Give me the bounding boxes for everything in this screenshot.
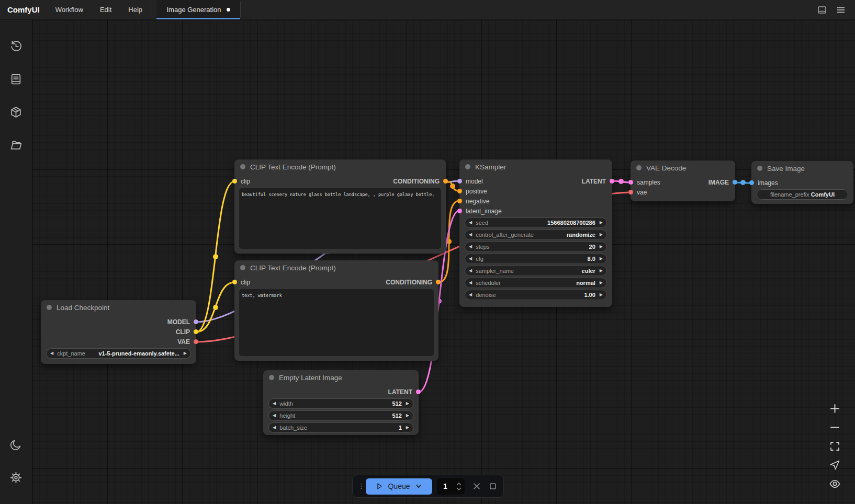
chevron-down-icon[interactable] — [415, 483, 422, 490]
increment-arrow-icon[interactable] — [600, 281, 603, 285]
widget-cfg[interactable]: cfg 8.0 — [465, 254, 607, 264]
input-port-samples[interactable] — [628, 180, 633, 185]
decrement-arrow-icon[interactable] — [469, 245, 472, 249]
node-status-dot[interactable] — [465, 164, 470, 169]
output-port-clip[interactable] — [194, 329, 198, 334]
positive-prompt-textarea[interactable]: beautiful scenery nature glass bottle la… — [239, 188, 441, 249]
node-ksampler[interactable]: KSampler model LATENT positive negative … — [459, 159, 612, 307]
widget-scheduler[interactable]: scheduler normal — [465, 278, 607, 288]
node-status-dot[interactable] — [757, 166, 762, 171]
node-status-dot[interactable] — [636, 165, 642, 170]
hamburger-menu-icon[interactable] — [836, 5, 846, 15]
input-port-clip[interactable] — [232, 179, 237, 184]
node-title-bar[interactable]: Empty Latent Image — [263, 370, 419, 385]
output-port-conditioning[interactable] — [443, 179, 448, 184]
input-port-vae[interactable] — [628, 190, 633, 194]
node-save-image[interactable]: Save Image images filename_prefix ComfyU… — [751, 161, 853, 204]
menu-edit[interactable]: Edit — [92, 0, 120, 19]
node-title-bar[interactable]: KSampler — [459, 159, 612, 174]
negative-prompt-textarea[interactable]: text, watermark — [239, 289, 434, 356]
decrement-arrow-icon[interactable] — [469, 233, 472, 237]
node-status-dot[interactable] — [240, 164, 245, 169]
zoom-in-icon[interactable] — [829, 403, 840, 414]
node-title-bar[interactable]: Save Image — [751, 161, 853, 176]
bottom-panel-toggle-icon[interactable] — [817, 5, 827, 15]
increment-arrow-icon[interactable] — [600, 245, 603, 249]
theme-toggle-moon-icon[interactable] — [9, 438, 22, 451]
batch-count-input[interactable]: 1 — [437, 478, 465, 495]
output-port-conditioning[interactable] — [436, 280, 441, 284]
increment-arrow-icon[interactable] — [184, 351, 187, 356]
decrement-arrow-icon[interactable] — [469, 269, 472, 273]
node-status-dot[interactable] — [47, 305, 52, 310]
workflow-history-icon[interactable] — [9, 40, 22, 53]
drag-handle-icon[interactable]: ⋮ — [358, 485, 361, 487]
output-port-latent[interactable] — [416, 390, 421, 394]
input-port-images[interactable] — [749, 180, 754, 185]
fit-view-icon[interactable] — [829, 441, 840, 452]
input-port-model[interactable] — [457, 179, 462, 184]
settings-gear-icon[interactable] — [9, 471, 22, 484]
select-mode-cursor-icon[interactable] — [829, 460, 840, 471]
node-load-checkpoint[interactable]: Load Checkpoint MODEL CLIP VAE ckpt_name… — [41, 300, 196, 364]
input-port-positive[interactable] — [457, 189, 462, 193]
increment-arrow-icon[interactable] — [600, 221, 603, 225]
decrement-arrow-icon[interactable] — [469, 221, 472, 225]
node-empty-latent-image[interactable]: Empty Latent Image LATENT width 512 heig… — [263, 370, 419, 435]
node-title-bar[interactable]: VAE Decode — [631, 161, 735, 175]
node-graph-canvas[interactable]: Load Checkpoint MODEL CLIP VAE ckpt_name… — [32, 20, 855, 504]
increment-arrow-icon[interactable] — [406, 426, 409, 430]
widget-filename-prefix[interactable]: filename_prefix ComfyUI — [757, 189, 848, 200]
decrement-arrow-icon[interactable] — [469, 281, 472, 285]
widget-batch-size[interactable]: batch_size 1 — [268, 422, 413, 433]
output-port-latent[interactable] — [610, 179, 614, 184]
decrement-arrow-icon[interactable] — [469, 257, 472, 261]
output-port-image[interactable] — [733, 180, 737, 185]
output-port-model[interactable] — [194, 319, 198, 324]
node-library-icon[interactable] — [9, 73, 22, 86]
node-vae-decode[interactable]: VAE Decode samples IMAGE vae — [631, 161, 735, 201]
widget-height[interactable]: height 512 — [268, 410, 413, 421]
zoom-out-icon[interactable] — [829, 422, 840, 433]
decrement-arrow-icon[interactable] — [273, 426, 276, 430]
queue-button[interactable]: Queue — [366, 478, 432, 495]
increment-arrow-icon[interactable] — [600, 233, 603, 237]
toggle-link-visibility-eye-icon[interactable] — [829, 478, 840, 489]
node-status-dot[interactable] — [240, 265, 245, 270]
widget-sampler-name[interactable]: sampler_name euler — [465, 266, 607, 276]
output-port-vae[interactable] — [194, 339, 198, 344]
decrement-arrow-icon[interactable] — [273, 402, 276, 406]
workflows-folder-icon[interactable] — [9, 139, 22, 152]
tab-image-generation[interactable]: Image Generation — [156, 0, 240, 19]
increment-arrow-icon[interactable] — [406, 402, 409, 406]
input-port-latent-image[interactable] — [457, 209, 462, 213]
increment-arrow-icon[interactable] — [406, 414, 409, 418]
widget-steps[interactable]: steps 20 — [465, 242, 607, 252]
decrement-arrow-icon[interactable] — [50, 351, 53, 356]
node-title-bar[interactable]: CLIP Text Encode (Prompt) — [234, 260, 438, 275]
model-library-icon[interactable] — [9, 106, 22, 119]
node-status-dot[interactable] — [269, 375, 274, 380]
spinner-down-icon[interactable] — [456, 487, 462, 490]
decrement-arrow-icon[interactable] — [469, 293, 472, 297]
menu-workflow[interactable]: Workflow — [47, 0, 92, 19]
widget-ckpt-name[interactable]: ckpt_name v1-5-pruned-emaonly.safete... — [46, 348, 191, 359]
node-title-bar[interactable]: CLIP Text Encode (Prompt) — [234, 159, 446, 174]
widget-denoise[interactable]: denoise 1.00 — [465, 290, 607, 300]
widget-control-after-generate[interactable]: control_after_generate randomize — [465, 230, 607, 240]
input-port-clip[interactable] — [232, 280, 237, 284]
node-clip-text-encode-negative[interactable]: CLIP Text Encode (Prompt) clip CONDITION… — [234, 260, 438, 361]
increment-arrow-icon[interactable] — [600, 257, 603, 261]
increment-arrow-icon[interactable] — [600, 293, 603, 297]
clear-queue-icon[interactable] — [473, 482, 481, 490]
widget-width[interactable]: width 512 — [268, 398, 413, 409]
widget-seed[interactable]: seed 156680208700286 — [465, 217, 607, 228]
node-title-bar[interactable]: Load Checkpoint — [41, 300, 196, 315]
node-clip-text-encode-positive[interactable]: CLIP Text Encode (Prompt) clip CONDITION… — [234, 159, 446, 254]
decrement-arrow-icon[interactable] — [273, 414, 276, 418]
menu-help[interactable]: Help — [120, 0, 151, 19]
spinner-up-icon[interactable] — [456, 483, 462, 486]
input-port-negative[interactable] — [457, 199, 462, 203]
stop-icon[interactable] — [489, 482, 497, 490]
increment-arrow-icon[interactable] — [600, 269, 603, 273]
